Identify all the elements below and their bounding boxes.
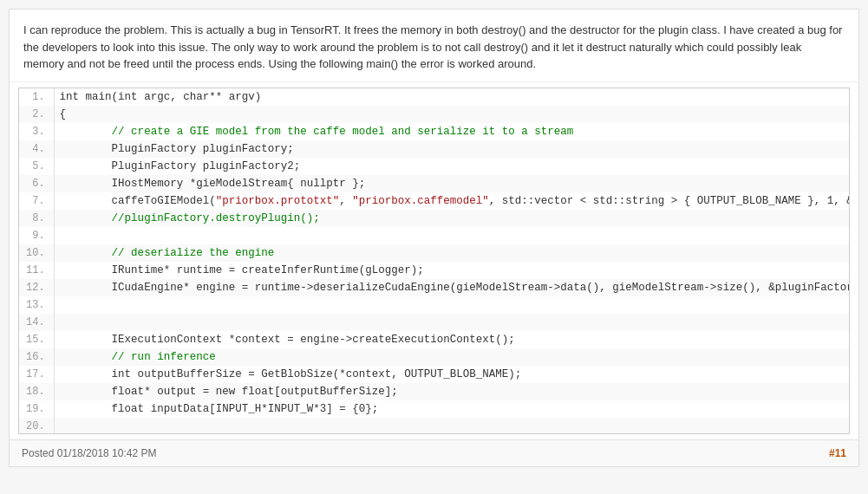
code-content <box>54 418 850 434</box>
line-number: 16. <box>19 348 54 366</box>
table-row: 1.int main(int argc, char** argv) <box>19 88 850 106</box>
table-row: 4. PluginFactory pluginFactory; <box>19 140 850 158</box>
code-content: // create a GIE model from the caffe mod… <box>54 123 850 140</box>
post-date: Posted 01/18/2018 10:42 PM <box>22 447 156 459</box>
table-row: 8. //pluginFactory.destroyPlugin(); <box>19 210 850 227</box>
code-content: { <box>54 106 850 123</box>
table-row: 6. IHostMemory *gieModelStream{ nullptr … <box>19 175 850 192</box>
code-content: IExecutionContext *context = engine->cre… <box>54 331 850 348</box>
line-number: 20. <box>19 418 54 434</box>
table-row: 15. IExecutionContext *context = engine-… <box>19 331 850 348</box>
code-table: 1.int main(int argc, char** argv)2.{3. /… <box>19 88 850 434</box>
code-content <box>54 314 850 331</box>
post-description: I can reproduce the problem. This is act… <box>23 23 842 70</box>
code-content <box>54 227 850 244</box>
table-row: 3. // create a GIE model from the caffe … <box>19 123 850 140</box>
code-content: int outputBufferSize = GetBlobSize(*cont… <box>54 366 850 383</box>
code-content: ICudaEngine* engine = runtime->deseriali… <box>54 279 850 296</box>
code-content: PluginFactory pluginFactory2; <box>54 158 850 175</box>
code-content <box>54 296 850 314</box>
line-number: 11. <box>19 262 54 279</box>
post-number: #11 <box>829 447 846 459</box>
code-block-wrapper: 1.int main(int argc, char** argv)2.{3. /… <box>10 82 858 439</box>
line-number: 2. <box>19 106 54 123</box>
line-number: 18. <box>19 383 54 400</box>
post-text: I can reproduce the problem. This is act… <box>10 10 858 82</box>
table-row: 2.{ <box>19 106 850 123</box>
line-number: 13. <box>19 296 54 314</box>
code-content: int main(int argc, char** argv) <box>54 88 850 106</box>
table-row: 19. float inputData[INPUT_H*INPUT_W*3] =… <box>19 400 850 418</box>
table-row: 5. PluginFactory pluginFactory2; <box>19 158 850 175</box>
code-content: float inputData[INPUT_H*INPUT_W*3] = {0}… <box>54 400 850 418</box>
table-row: 11. IRuntime* runtime = createInferRunti… <box>19 262 850 279</box>
line-number: 5. <box>19 158 54 175</box>
line-number: 12. <box>19 279 54 296</box>
code-content: IHostMemory *gieModelStream{ nullptr }; <box>54 175 850 192</box>
table-row: 7. caffeToGIEModel("priorbox.prototxt", … <box>19 192 850 210</box>
line-number: 9. <box>19 227 54 244</box>
code-content: caffeToGIEModel("priorbox.prototxt", "pr… <box>54 192 850 210</box>
line-number: 1. <box>19 88 54 106</box>
table-row: 20. <box>19 418 850 434</box>
line-number: 6. <box>19 175 54 192</box>
table-row: 9. <box>19 227 850 244</box>
line-number: 10. <box>19 244 54 262</box>
line-number: 8. <box>19 210 54 227</box>
table-row: 13. <box>19 296 850 314</box>
line-number: 3. <box>19 123 54 140</box>
code-content: IRuntime* runtime = createInferRuntime(g… <box>54 262 850 279</box>
code-scroll-area[interactable]: 1.int main(int argc, char** argv)2.{3. /… <box>18 88 850 434</box>
line-number: 19. <box>19 400 54 418</box>
table-row: 12. ICudaEngine* engine = runtime->deser… <box>19 279 850 296</box>
table-row: 17. int outputBufferSize = GetBlobSize(*… <box>19 366 850 383</box>
code-content: // deserialize the engine <box>54 244 850 262</box>
post-container: I can reproduce the problem. This is act… <box>9 9 859 467</box>
table-row: 10. // deserialize the engine <box>19 244 850 262</box>
line-number: 4. <box>19 140 54 158</box>
table-row: 14. <box>19 314 850 331</box>
code-content: float* output = new float[outputBufferSi… <box>54 383 850 400</box>
code-content: //pluginFactory.destroyPlugin(); <box>54 210 850 227</box>
line-number: 14. <box>19 314 54 331</box>
line-number: 7. <box>19 192 54 210</box>
post-footer: Posted 01/18/2018 10:42 PM #11 <box>10 439 858 466</box>
table-row: 16. // run inference <box>19 348 850 366</box>
table-row: 18. float* output = new float[outputBuff… <box>19 383 850 400</box>
line-number: 17. <box>19 366 54 383</box>
code-content: PluginFactory pluginFactory; <box>54 140 850 158</box>
line-number: 15. <box>19 331 54 348</box>
code-content: // run inference <box>54 348 850 366</box>
